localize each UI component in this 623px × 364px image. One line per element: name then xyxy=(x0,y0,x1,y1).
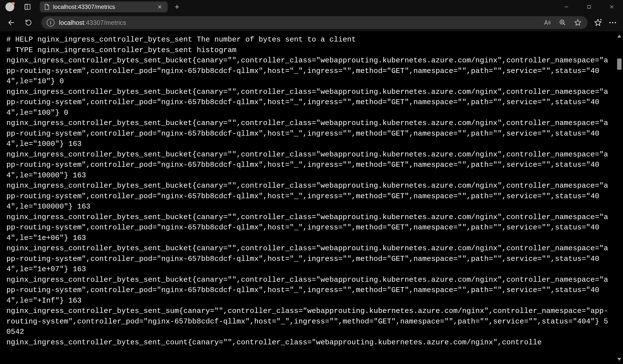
browser-tab[interactable]: localhost:43307/metrics xyxy=(40,1,168,12)
read-aloud-icon xyxy=(544,20,551,26)
back-button[interactable] xyxy=(4,16,18,29)
close-icon xyxy=(609,4,614,9)
plus-icon xyxy=(174,4,180,10)
svg-point-21 xyxy=(612,22,613,23)
page-viewport: # HELP nginx_ingress_controller_bytes_se… xyxy=(0,31,623,364)
site-info-button[interactable]: i xyxy=(47,19,55,26)
scroll-thumb[interactable] xyxy=(617,59,622,70)
url-path: :43307/metrics xyxy=(84,19,126,26)
svg-marker-24 xyxy=(617,358,621,361)
chevron-up-icon xyxy=(617,35,621,38)
url-host: localhost xyxy=(59,19,84,26)
maximize-icon xyxy=(587,5,591,9)
svg-rect-7 xyxy=(588,5,591,8)
address-text: localhost:43307/metrics xyxy=(59,19,538,26)
svg-rect-1 xyxy=(25,4,27,10)
minimize-button[interactable] xyxy=(555,0,578,14)
star-plus-icon xyxy=(594,19,602,26)
svg-line-13 xyxy=(563,23,565,25)
toolbar-right xyxy=(594,18,619,27)
arrow-left-icon xyxy=(8,19,15,26)
maximize-button[interactable] xyxy=(578,0,601,14)
window-controls xyxy=(555,0,623,14)
vertical-scrollbar[interactable] xyxy=(616,31,623,364)
page-icon xyxy=(44,4,50,10)
tab-close-button[interactable] xyxy=(156,3,163,10)
scroll-down-button[interactable] xyxy=(616,356,623,363)
workspaces-button[interactable] xyxy=(21,0,34,14)
read-aloud-button[interactable] xyxy=(543,18,552,27)
favorite-button[interactable] xyxy=(573,18,582,27)
svg-marker-23 xyxy=(617,35,621,38)
close-window-button[interactable] xyxy=(601,0,623,14)
minimize-icon xyxy=(564,4,569,9)
svg-marker-17 xyxy=(595,20,601,25)
zoom-button[interactable] xyxy=(558,18,567,27)
settings-menu-button[interactable] xyxy=(607,18,619,27)
titlebar: localhost:43307/metrics xyxy=(0,0,623,14)
favorites-list-button[interactable] xyxy=(594,18,602,27)
svg-point-22 xyxy=(615,22,616,23)
refresh-button[interactable] xyxy=(22,16,35,29)
scroll-up-button[interactable] xyxy=(616,32,623,40)
browser-toolbar: i localhost:43307/metrics xyxy=(0,14,623,31)
svg-marker-16 xyxy=(575,20,581,25)
ellipsis-icon xyxy=(609,21,616,23)
new-tab-button[interactable] xyxy=(170,0,184,14)
zoom-icon xyxy=(559,19,566,26)
star-icon xyxy=(574,19,581,26)
address-bar[interactable]: i localhost:43307/metrics xyxy=(41,16,588,29)
profile-avatar[interactable] xyxy=(5,2,14,11)
address-bar-actions xyxy=(543,18,582,27)
refresh-icon xyxy=(25,19,32,26)
close-icon xyxy=(157,5,162,9)
chevron-down-icon xyxy=(617,358,621,361)
svg-rect-0 xyxy=(25,4,30,10)
tab-title: localhost:43307/metrics xyxy=(53,3,153,10)
svg-point-20 xyxy=(609,22,610,23)
metrics-text[interactable]: # HELP nginx_ingress_controller_bytes_se… xyxy=(0,31,616,364)
